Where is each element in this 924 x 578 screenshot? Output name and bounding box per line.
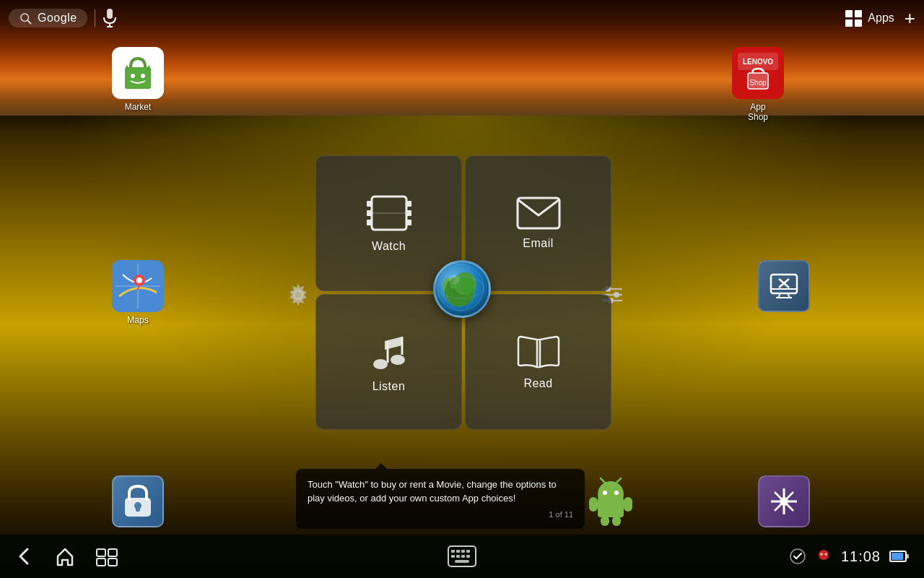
svg-rect-92 bbox=[906, 554, 909, 558]
battery-icon bbox=[889, 549, 910, 564]
tooltip: Touch "Watch" to buy or rent a Movie, ch… bbox=[296, 469, 585, 530]
svg-rect-66 bbox=[601, 516, 609, 526]
topbar: Google Apps + bbox=[0, 0, 924, 36]
keyboard-icon bbox=[448, 545, 476, 567]
home-icon bbox=[55, 546, 75, 566]
svg-point-72 bbox=[780, 497, 788, 506]
film-strip-svg bbox=[366, 194, 412, 233]
svg-rect-73 bbox=[97, 549, 105, 556]
svg-rect-39 bbox=[406, 201, 411, 207]
android-svg bbox=[585, 475, 637, 527]
settings-gear-icon[interactable] bbox=[285, 282, 311, 308]
svg-point-61 bbox=[614, 491, 619, 495]
svg-rect-78 bbox=[451, 550, 455, 553]
back-button[interactable] bbox=[14, 546, 35, 566]
market-bag-svg bbox=[116, 51, 160, 95]
svg-line-1 bbox=[27, 20, 30, 23]
tools-app-icon[interactable] bbox=[758, 475, 810, 527]
email-svg bbox=[516, 197, 561, 230]
apps-label: Apps bbox=[868, 12, 894, 25]
page-indicator: 1 of 11 bbox=[308, 509, 573, 521]
svg-point-15 bbox=[136, 277, 142, 283]
svg-rect-79 bbox=[456, 550, 460, 553]
svg-line-63 bbox=[616, 478, 621, 483]
read-label: Read bbox=[523, 377, 552, 390]
lock-svg bbox=[122, 483, 154, 519]
google-label: Google bbox=[38, 12, 77, 25]
recent-apps-button[interactable] bbox=[95, 546, 118, 566]
tools-svg bbox=[768, 486, 800, 517]
svg-point-53 bbox=[437, 277, 484, 298]
tooltip-text: Touch "Watch" to buy or rent a Movie, ch… bbox=[308, 478, 573, 506]
gear-svg bbox=[285, 282, 311, 308]
android-status-icon bbox=[815, 548, 832, 565]
maps-app-icon[interactable]: Maps bbox=[112, 260, 164, 325]
lock-icon-img bbox=[112, 475, 164, 527]
svg-point-88 bbox=[819, 550, 829, 560]
apps-button[interactable]: Apps bbox=[845, 10, 894, 27]
home-button[interactable] bbox=[55, 546, 75, 566]
checkmark-svg bbox=[789, 548, 806, 565]
back-icon bbox=[14, 546, 35, 566]
svg-rect-59 bbox=[598, 497, 624, 517]
svg-rect-67 bbox=[612, 516, 621, 526]
globe-circle bbox=[433, 260, 491, 318]
svg-text:Shop: Shop bbox=[749, 79, 767, 87]
topbar-right: Apps + bbox=[845, 9, 915, 27]
svg-rect-57 bbox=[136, 506, 140, 512]
svg-rect-6 bbox=[125, 67, 151, 89]
apps-grid-icon bbox=[845, 10, 862, 27]
market-app-icon[interactable]: Market bbox=[112, 47, 164, 112]
email-label: Email bbox=[523, 237, 554, 250]
lock-app-icon[interactable] bbox=[112, 475, 164, 527]
android-icon[interactable] bbox=[585, 475, 637, 527]
search-icon bbox=[19, 12, 32, 25]
appshop-icon-img: LENOVO Shop bbox=[732, 47, 784, 99]
music-icon bbox=[369, 331, 409, 373]
watch-label: Watch bbox=[372, 240, 406, 253]
svg-point-90 bbox=[824, 553, 827, 556]
mute-icon-img bbox=[758, 260, 810, 312]
film-icon bbox=[366, 194, 412, 233]
mic-icon bbox=[103, 8, 117, 28]
bottombar-status: 11:08 bbox=[789, 548, 910, 565]
svg-rect-86 bbox=[455, 560, 469, 563]
market-icon-img bbox=[112, 47, 164, 99]
svg-rect-84 bbox=[461, 555, 465, 558]
svg-point-54 bbox=[448, 275, 460, 284]
svg-rect-75 bbox=[97, 558, 105, 566]
center-globe[interactable] bbox=[433, 260, 491, 318]
tools-icon-img bbox=[758, 475, 810, 527]
svg-rect-81 bbox=[466, 550, 470, 553]
svg-rect-43 bbox=[518, 198, 559, 228]
globe-svg bbox=[435, 262, 486, 313]
battery-svg bbox=[889, 549, 910, 564]
svg-line-62 bbox=[601, 478, 605, 483]
keyboard-button[interactable] bbox=[448, 545, 476, 567]
maps-icon-img bbox=[112, 260, 164, 312]
listen-label: Listen bbox=[372, 380, 406, 393]
svg-rect-38 bbox=[367, 220, 372, 225]
svg-rect-2 bbox=[107, 9, 113, 19]
svg-rect-80 bbox=[461, 550, 465, 553]
svg-rect-76 bbox=[108, 558, 117, 566]
google-search[interactable]: Google bbox=[9, 9, 87, 27]
recent-apps-icon bbox=[95, 546, 118, 566]
bottombar: 11:08 bbox=[0, 535, 924, 578]
svg-point-89 bbox=[820, 553, 822, 556]
maps-svg bbox=[112, 260, 164, 312]
mic-button[interactable] bbox=[103, 8, 117, 28]
appshop-label: App Shop bbox=[748, 102, 768, 122]
mute-app-icon[interactable] bbox=[758, 260, 810, 312]
bottombar-nav bbox=[14, 546, 118, 566]
svg-rect-93 bbox=[892, 553, 903, 560]
appshop-svg: LENOVO Shop bbox=[732, 47, 784, 99]
add-widget-button[interactable]: + bbox=[905, 9, 915, 27]
done-icon[interactable] bbox=[789, 548, 806, 565]
svg-rect-64 bbox=[589, 497, 598, 512]
book-svg bbox=[515, 334, 562, 370]
svg-rect-83 bbox=[456, 555, 460, 558]
mute-svg bbox=[768, 270, 800, 302]
book-icon bbox=[515, 334, 562, 370]
maps-label: Maps bbox=[127, 315, 148, 325]
